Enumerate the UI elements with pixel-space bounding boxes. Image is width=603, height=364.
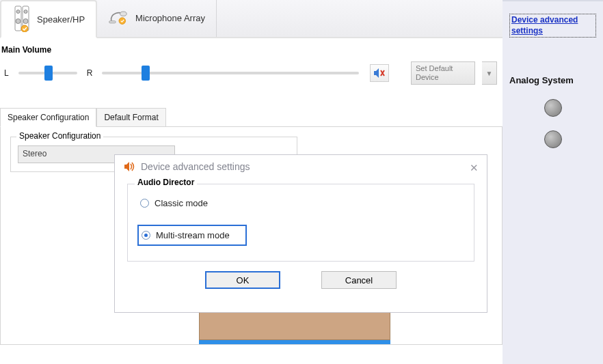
volume-row: L R Set Default Device ▼	[0, 57, 502, 92]
radio-multi-stream-mode[interactable]: Multi-stream mode	[137, 225, 247, 246]
cancel-button[interactable]: Cancel	[321, 271, 397, 289]
analog-jack-2[interactable]	[544, 130, 562, 148]
main-volume-slider[interactable]	[102, 63, 359, 83]
mute-button[interactable]	[370, 64, 389, 82]
sound-icon	[123, 160, 135, 173]
svg-rect-8	[109, 20, 116, 23]
tab-microphone[interactable]: Microphone Array	[97, 0, 217, 37]
svg-point-9	[119, 17, 126, 24]
mute-icon	[373, 68, 386, 79]
set-default-device-button[interactable]: Set Default Device	[411, 61, 475, 85]
svg-point-4	[24, 10, 27, 13]
ok-button[interactable]: OK	[205, 271, 280, 289]
set-default-dropdown-arrow[interactable]: ▼	[482, 61, 497, 85]
radio-icon	[142, 231, 150, 240]
config-sub-tabs: Speaker Configuration Default Format	[0, 108, 502, 127]
tab-microphone-label: Microphone Array	[135, 13, 205, 23]
svg-point-6	[21, 25, 28, 32]
speaker-icon	[12, 5, 31, 34]
radio-multi-label: Multi-stream mode	[156, 230, 230, 240]
main-volume-label: Main Volume	[0, 38, 502, 57]
radio-classic-label: Classic mode	[155, 198, 208, 208]
device-advanced-settings-dialog: Device advanced settings ✕ Audio Directo…	[114, 154, 487, 313]
svg-point-7	[120, 12, 127, 16]
balance-left-label: L	[1, 68, 12, 78]
audio-director-group: Audio Director Classic mode Multi-stream…	[127, 184, 474, 262]
radio-classic-mode[interactable]: Classic mode	[137, 194, 464, 212]
sub-tab-default-format[interactable]: Default Format	[96, 108, 165, 127]
close-icon: ✕	[470, 162, 479, 174]
tab-speaker[interactable]: Speaker/HP	[0, 0, 97, 38]
sub-tab-speaker-config[interactable]: Speaker Configuration	[0, 108, 96, 127]
svg-point-5	[23, 18, 28, 23]
speaker-config-legend: Speaker Configuration	[16, 131, 103, 141]
device-advanced-settings-link[interactable]: Device advanced settings	[509, 14, 596, 38]
svg-point-1	[16, 10, 20, 13]
dialog-button-row: OK Cancel	[127, 271, 474, 289]
dialog-title-text: Device advanced settings	[141, 161, 250, 172]
dialog-titlebar: Device advanced settings	[115, 155, 487, 178]
dialog-close-button[interactable]: ✕	[468, 162, 480, 174]
balance-right-label: R	[84, 68, 96, 78]
analog-system-title: Analog System	[509, 75, 596, 85]
side-panel: Device advanced settings Analog System	[502, 0, 603, 364]
set-default-label: Set Default Device	[416, 64, 470, 82]
radio-icon	[140, 199, 149, 208]
device-tabs: Speaker/HP Microphone Array	[0, 0, 502, 38]
audio-director-legend: Audio Director	[135, 178, 197, 187]
chevron-down-icon: ▼	[486, 70, 493, 77]
analog-jack-1[interactable]	[544, 99, 562, 117]
microphone-icon	[108, 8, 130, 29]
svg-point-2	[16, 18, 21, 23]
tab-speaker-label: Speaker/HP	[37, 14, 85, 25]
balance-slider[interactable]	[18, 63, 77, 83]
